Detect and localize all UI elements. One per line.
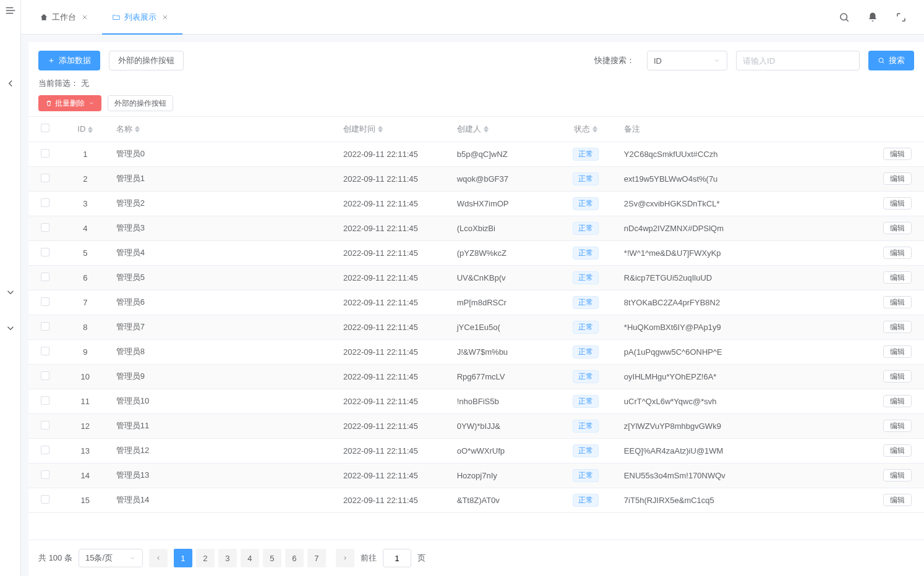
menu-toggle-icon[interactable] [5, 5, 16, 16]
pager-page-2[interactable]: 2 [196, 549, 215, 567]
cell-name: 管理员3 [109, 216, 336, 240]
row-checkbox[interactable] [41, 322, 49, 331]
edit-button[interactable]: 编辑 [883, 370, 912, 383]
row-checkbox[interactable] [41, 371, 49, 380]
col-header-id[interactable]: ID [62, 117, 109, 142]
page-size-select[interactable]: 15条/页 [79, 549, 143, 567]
external-action-button[interactable]: 外部的操作按钮 [109, 51, 184, 70]
chevron-down-icon [88, 100, 95, 106]
col-header-time[interactable]: 创建时间 [336, 117, 450, 142]
table-row: 1管理员02022-09-11 22:11:45b5p@qC]wNZ正常Y2C6… [28, 142, 924, 166]
close-icon[interactable] [161, 14, 169, 21]
search-field-select[interactable]: ID [647, 51, 727, 70]
cell-time: 2022-09-11 22:11:45 [336, 339, 450, 364]
cell-remark: *HuQKomBXt6IY@PAp1y9 [617, 315, 871, 339]
cell-id: 4 [62, 216, 109, 240]
pager-page-4[interactable]: 4 [241, 549, 259, 567]
pager-page-5[interactable]: 5 [263, 549, 281, 567]
pager-page-6[interactable]: 6 [285, 549, 304, 567]
pager-page-3[interactable]: 3 [218, 549, 237, 567]
row-checkbox[interactable] [41, 198, 49, 207]
cell-name: 管理员4 [109, 240, 336, 265]
edit-button[interactable]: 编辑 [883, 148, 912, 160]
chevron-left-icon[interactable] [5, 78, 16, 89]
row-checkbox[interactable] [41, 297, 49, 306]
home-icon [40, 13, 48, 22]
cell-id: 8 [62, 315, 109, 339]
bell-icon[interactable] [867, 12, 878, 23]
row-checkbox[interactable] [41, 470, 49, 479]
col-header-status[interactable]: 状态 [555, 117, 616, 142]
row-checkbox[interactable] [41, 446, 49, 454]
batch-delete-button[interactable]: 批量删除 [38, 95, 101, 111]
chevron-down-icon[interactable] [5, 287, 16, 298]
cell-remark: nDc4wp2IVZMNX#DPSlQm [617, 216, 871, 240]
cell-creator: !nhoBFiS5b [450, 389, 555, 413]
cell-status: 正常 [555, 339, 616, 364]
cell-id: 5 [62, 240, 109, 265]
row-checkbox[interactable] [41, 149, 49, 158]
cell-status: 正常 [555, 216, 616, 240]
tab-workspace[interactable]: 工作台 [30, 0, 102, 35]
cell-name: 管理员11 [109, 413, 336, 438]
row-checkbox[interactable] [41, 495, 49, 504]
pager-page-7[interactable]: 7 [307, 549, 326, 567]
edit-button[interactable]: 编辑 [883, 395, 912, 407]
external-action-button-2[interactable]: 外部的操作按钮 [108, 95, 173, 111]
cell-name: 管理员0 [109, 142, 336, 166]
tab-list[interactable]: 列表展示 [102, 0, 182, 35]
edit-button[interactable]: 编辑 [883, 222, 912, 234]
chevron-down-icon[interactable] [5, 323, 16, 334]
edit-button[interactable]: 编辑 [883, 321, 912, 333]
search-button[interactable]: 搜索 [868, 51, 914, 70]
goto-input[interactable] [383, 549, 411, 567]
cell-remark: Y2C68qcSmkfUUxt#CCzh [617, 142, 871, 166]
row-checkbox[interactable] [41, 223, 49, 232]
pager-next[interactable] [336, 549, 354, 567]
cell-creator: (pYZ8W%kcZ [450, 240, 555, 265]
edit-button[interactable]: 编辑 [883, 444, 912, 457]
col-header-name[interactable]: 名称 [109, 117, 336, 142]
search-input[interactable] [736, 51, 860, 70]
select-all-checkbox[interactable] [41, 124, 49, 132]
cell-creator: wqok@bGF37 [450, 166, 555, 191]
row-checkbox[interactable] [41, 174, 49, 182]
edit-button[interactable]: 编辑 [883, 197, 912, 210]
row-checkbox[interactable] [41, 421, 49, 430]
status-tag: 正常 [573, 321, 599, 334]
add-data-button[interactable]: 添加数据 [38, 51, 100, 70]
cell-creator: J!&W7$m%bu [450, 339, 555, 364]
search-icon[interactable] [839, 12, 850, 23]
cell-id: 1 [62, 142, 109, 166]
cell-id: 12 [62, 413, 109, 438]
edit-button[interactable]: 编辑 [883, 172, 912, 185]
cell-creator: WdsHX7imOP [450, 191, 555, 216]
expand-icon[interactable] [896, 12, 907, 23]
edit-button[interactable]: 编辑 [883, 345, 912, 358]
edit-button[interactable]: 编辑 [883, 247, 912, 259]
cell-status: 正常 [555, 438, 616, 463]
cell-id: 3 [62, 191, 109, 216]
row-checkbox[interactable] [41, 273, 49, 281]
row-checkbox[interactable] [41, 347, 49, 355]
edit-button[interactable]: 编辑 [883, 469, 912, 481]
cell-remark: 7iT5h(RJIRX5e&mC1cq5 [617, 488, 871, 512]
table-row: 2管理员12022-09-11 22:11:45wqok@bGF37正常ext1… [28, 166, 924, 191]
pager-prev[interactable] [149, 549, 168, 567]
cell-remark: ENU55s3o4mSm!170NWQv [617, 463, 871, 488]
col-header-creator[interactable]: 创建人 [450, 117, 555, 142]
chevron-right-icon [342, 555, 348, 561]
table-row: 4管理员32022-09-11 22:11:45(LcoXbizBi正常nDc4… [28, 216, 924, 240]
close-icon[interactable] [81, 14, 88, 21]
pager-page-1[interactable]: 1 [174, 549, 192, 567]
row-checkbox[interactable] [41, 248, 49, 256]
edit-button[interactable]: 编辑 [883, 420, 912, 432]
edit-button[interactable]: 编辑 [883, 494, 912, 506]
svg-point-0 [841, 14, 847, 20]
edit-button[interactable]: 编辑 [883, 271, 912, 284]
cell-name: 管理员7 [109, 315, 336, 339]
edit-button[interactable]: 编辑 [883, 296, 912, 308]
row-checkbox[interactable] [41, 396, 49, 405]
batch-bar: 批量删除 外部的操作按钮 [28, 95, 924, 116]
plus-icon [48, 57, 55, 64]
